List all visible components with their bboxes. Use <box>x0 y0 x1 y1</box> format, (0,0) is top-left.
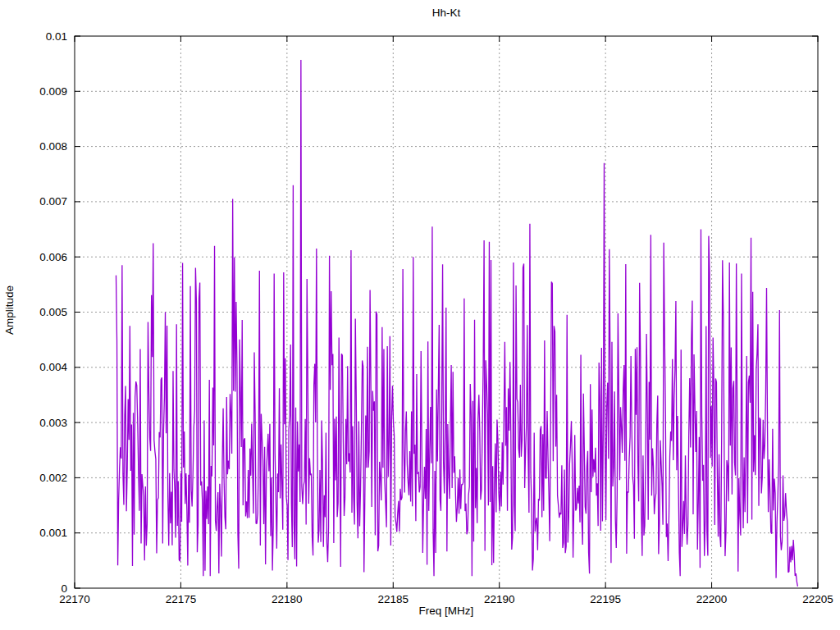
x-tick-label: 22185 <box>378 593 409 605</box>
plot-area: 2217022175221802218522190221952220022205… <box>0 0 840 630</box>
y-tick-label: 0.003 <box>39 417 67 429</box>
x-tick-label: 22170 <box>59 593 90 605</box>
y-tick-label: 0.004 <box>39 361 67 373</box>
y-tick-label: 0.01 <box>46 30 67 43</box>
x-tick-label: 22190 <box>484 593 515 605</box>
y-tick-label: 0 <box>61 582 67 595</box>
x-tick-label: 22205 <box>802 593 833 605</box>
y-tick-label: 0.005 <box>39 306 67 318</box>
y-tick-label: 0.008 <box>39 140 67 153</box>
y-tick-label: 0.002 <box>39 472 67 484</box>
y-tick-label: 0.001 <box>39 527 67 539</box>
x-tick-label: 22180 <box>272 593 303 605</box>
x-tick-label: 22175 <box>166 593 197 605</box>
chart-title: Hh-Kt <box>75 7 818 19</box>
data-series-line <box>116 60 797 587</box>
x-tick-label: 22200 <box>696 593 728 605</box>
y-tick-label: 0.006 <box>39 251 67 263</box>
x-tick-label: 22195 <box>590 593 621 605</box>
spectrum-figure: Hh-Kt Amplitude Freq [MHz] 2217022175221… <box>0 0 840 630</box>
y-tick-label: 0.009 <box>39 85 67 98</box>
x-axis-title: Freq [MHz] <box>75 605 818 617</box>
y-tick-label: 0.007 <box>39 195 67 208</box>
y-axis-title: Amplitude <box>3 285 16 335</box>
